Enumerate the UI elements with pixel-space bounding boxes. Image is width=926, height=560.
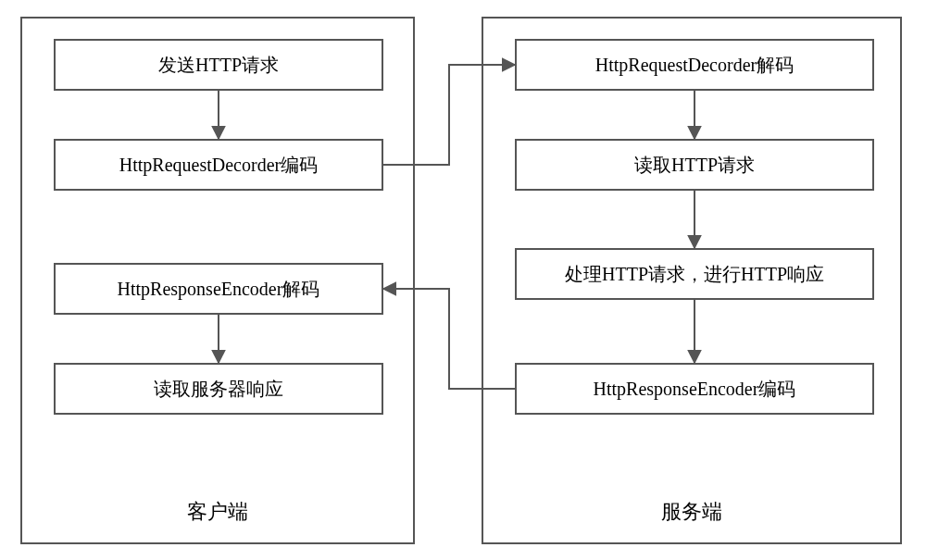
node-send-request: 发送HTTP请求	[54, 39, 383, 91]
node-read-response: 读取服务器响应	[54, 363, 383, 415]
server-panel-label: 服务端	[483, 498, 900, 526]
node-request-decode: HttpRequestDecorder解码	[515, 39, 874, 91]
node-request-encode: HttpRequestDecorder编码	[54, 139, 383, 191]
node-response-decode: HttpResponseEncoder解码	[54, 263, 383, 315]
diagram-canvas: 客户端 服务端 发送HTTP请求 HttpRequestDecorder编码 H…	[0, 0, 926, 560]
node-response-encode: HttpResponseEncoder编码	[515, 363, 874, 415]
node-read-request: 读取HTTP请求	[515, 139, 874, 191]
node-handle-request: 处理HTTP请求，进行HTTP响应	[515, 248, 874, 300]
client-panel-label: 客户端	[22, 498, 413, 526]
